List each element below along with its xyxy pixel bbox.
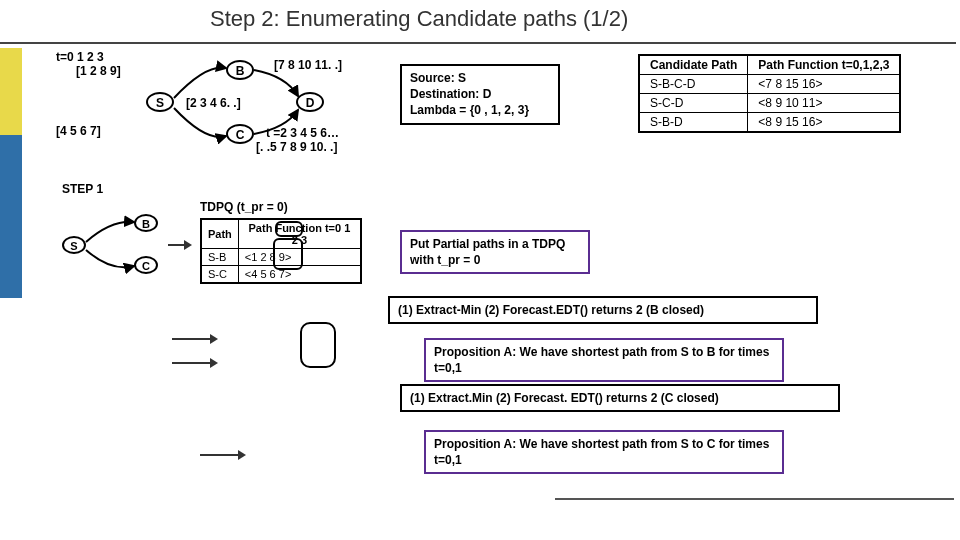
proposition-a-c-box: Proposition A: We have shortest path fro… [424,430,784,474]
extract-min-b-text: (1) Extract-Min (2) Forecast.EDT() retur… [398,303,704,317]
cand-r2c2: <8 9 10 11> [748,94,901,113]
tdpq-r2c1: S-C [201,266,238,284]
bottom-arrow [200,454,244,456]
edge-bd-values: [7 8 10 11. .] [274,58,342,72]
candidate-path-table: Candidate Path Path Function t=0,1,2,3 S… [638,54,901,133]
source-line: Source: S [410,70,550,86]
cand-h2: Path Function t=0,1,2,3 [748,55,901,75]
edge-sc-values: [4 5 6 7] [56,124,101,138]
node-d: D [296,92,324,112]
proposition-a-c-text: Proposition A: We have shortest path fro… [434,437,769,467]
put-partial-box: Put Partial paths in a TDPQ with t_pr = … [400,230,590,274]
edge-sb-values: [1 2 8 9] [76,64,121,78]
network-graph: t=0 1 2 3 [1 2 8 9] [4 5 6 7] S B C D [7… [56,54,406,174]
footer-line [555,498,954,500]
cand-r3c2: <8 9 15 16> [748,113,901,133]
step1-graph: S B C [56,200,186,300]
cand-r1c2: <7 8 15 16> [748,75,901,94]
cand-h1: Candidate Path [639,55,748,75]
title-underline [0,42,956,44]
step1-label: STEP 1 [62,182,103,196]
proposition-a-b-text: Proposition A: We have shortest path fro… [434,345,769,375]
cand-r1c1: S-B-C-D [639,75,748,94]
mid-arrow-1 [172,338,216,340]
cand-r3c1: S-B-D [639,113,748,133]
sidebar-accent [0,48,22,298]
arrow-to-tdpq [168,244,190,246]
tdpq-h1: Path [201,219,238,249]
highlight-row1-vals [273,238,303,270]
lambda-line: Lambda = {0 , 1, 2, 3} [410,102,550,118]
node-c: C [226,124,254,144]
edge-sb-t-label: t=0 1 2 3 [56,50,104,64]
edge-sd-values: [2 3 4 6. .] [186,96,241,110]
extract-min-b-box: (1) Extract-Min (2) Forecast.EDT() retur… [388,296,818,324]
proposition-a-b-box: Proposition A: We have shortest path fro… [424,338,784,382]
tdpq-r1c1: S-B [201,249,238,266]
mid-rounded-box [300,322,336,368]
node-s: S [146,92,174,112]
edge-cd-t-label: t =2 3 4 5 6… [266,126,339,140]
edge-cd-values: [. .5 7 8 9 10. .] [256,140,337,154]
page-title: Step 2: Enumerating Candidate paths (1/2… [210,6,628,32]
node-b: B [226,60,254,80]
highlight-t-header [275,221,303,237]
mid-arrow-2 [172,362,216,364]
cand-r2c1: S-C-D [639,94,748,113]
put-partial-text: Put Partial paths in a TDPQ with t_pr = … [410,237,565,267]
extract-min-c-box: (1) Extract.Min (2) Forecast. EDT() retu… [400,384,840,412]
tdpq-title: TDPQ (t_pr = 0) [200,200,362,214]
extract-min-c-text: (1) Extract.Min (2) Forecast. EDT() retu… [410,391,719,405]
dest-line: Destination: D [410,86,550,102]
source-dest-box: Source: S Destination: D Lambda = {0 , 1… [400,64,560,125]
